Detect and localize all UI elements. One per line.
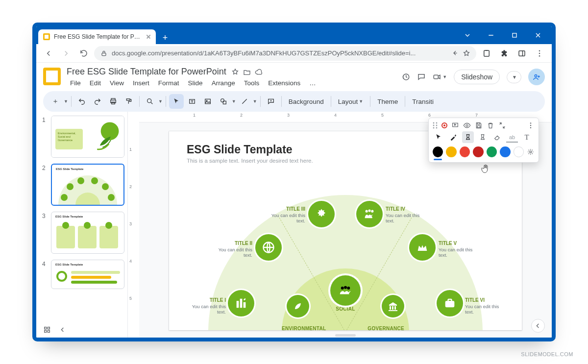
browser-window: Free ESG Slide Template for Powe +: [32, 23, 556, 341]
color-swatch-darkred[interactable]: [473, 146, 483, 157]
menu-file[interactable]: File: [67, 78, 84, 88]
menu-arrange[interactable]: Arrange: [208, 78, 239, 88]
image-button[interactable]: [200, 94, 215, 109]
more-icon[interactable]: [527, 121, 535, 129]
save-icon[interactable]: [475, 121, 483, 129]
present-screen-icon[interactable]: [451, 121, 459, 129]
chrome-menu-icon[interactable]: [532, 46, 547, 61]
new-slide-dropdown[interactable]: ▼: [64, 99, 68, 104]
thumbnail-1[interactable]: Environmental, Social and Governance: [51, 116, 124, 158]
background-button[interactable]: Background: [285, 94, 328, 109]
browser-tab[interactable]: Free ESG Slide Template for Powe: [38, 29, 156, 44]
text-tool[interactable]: T: [521, 131, 533, 143]
theme-button[interactable]: Theme: [373, 94, 402, 109]
new-slide-button[interactable]: ＋: [48, 94, 63, 109]
share-icon[interactable]: [451, 49, 459, 57]
color-swatch-green[interactable]: [487, 146, 497, 157]
textbox-button[interactable]: [185, 94, 199, 109]
trash-icon[interactable]: [487, 121, 494, 129]
grid-view-icon[interactable]: [43, 326, 51, 334]
pen-tool[interactable]: [477, 131, 489, 143]
thumbnail-3[interactable]: ESG Slide Template: [51, 212, 124, 254]
redo-button[interactable]: [90, 94, 105, 109]
slide-subtitle[interactable]: This is a sample text. Insert your desir…: [187, 158, 313, 164]
document-title[interactable]: Free ESG Slide Template for PowerPoint: [67, 67, 226, 77]
menu-edit[interactable]: Edit: [86, 78, 104, 88]
collapse-panel-icon[interactable]: [59, 326, 67, 334]
print-button[interactable]: [106, 94, 121, 109]
move-folder-icon[interactable]: [243, 68, 251, 76]
menu-view[interactable]: View: [106, 78, 127, 88]
comments-icon[interactable]: [417, 73, 426, 81]
slideshow-dropdown[interactable]: ▼: [507, 71, 521, 83]
app-header: Free ESG Slide Template for PowerPoint F…: [36, 63, 552, 89]
window-maximize-button[interactable]: [504, 28, 525, 42]
meet-button[interactable]: ▼: [433, 73, 447, 81]
annotation-toolbar[interactable]: ab T: [428, 118, 539, 163]
vertical-ruler: 1 2 3 4 5: [127, 112, 139, 338]
select-tool-button[interactable]: [169, 94, 184, 109]
pointer-tool[interactable]: [433, 131, 444, 143]
nav-forward-button[interactable]: [59, 46, 74, 61]
visibility-icon[interactable]: [463, 121, 471, 129]
sidepanel-icon[interactable]: [514, 46, 529, 61]
drag-handle-icon[interactable]: [433, 122, 438, 129]
color-swatch-yellow[interactable]: [446, 146, 456, 157]
menu-format[interactable]: Format: [155, 78, 183, 88]
url-field[interactable]: docs.google.com/presentation/d/1aKA6T3yB…: [94, 46, 476, 61]
color-swatch-blue[interactable]: [500, 146, 510, 157]
node-6-text: TITLE VIYou can edit this text.: [465, 297, 504, 315]
slides-logo-icon[interactable]: [43, 68, 61, 85]
paint-format-button[interactable]: [122, 94, 136, 109]
explore-button[interactable]: [531, 319, 545, 333]
color-swatch-red[interactable]: [460, 146, 470, 157]
shape-button[interactable]: [216, 94, 231, 109]
laser-tool[interactable]: [447, 131, 459, 143]
nav-back-button[interactable]: [41, 46, 56, 61]
thumbnail-2[interactable]: ESG Slide Template: [51, 164, 124, 206]
color-swatch-black[interactable]: [433, 146, 443, 157]
slideshow-button[interactable]: Slideshow: [454, 70, 500, 84]
new-tab-button[interactable]: +: [159, 31, 172, 44]
speaker-notes-handle[interactable]: [335, 334, 356, 337]
eraser-tool[interactable]: [491, 131, 503, 143]
collapse-icon[interactable]: [498, 121, 506, 129]
menu-slide[interactable]: Slide: [185, 78, 206, 88]
line-button[interactable]: [237, 94, 252, 109]
history-icon[interactable]: [401, 73, 410, 81]
inner-env-icon: [287, 295, 309, 317]
svg-point-31: [371, 210, 373, 213]
highlighter-tool[interactable]: [462, 131, 474, 143]
menu-insert[interactable]: Insert: [129, 78, 153, 88]
menu-more[interactable]: …: [306, 78, 319, 88]
star-icon[interactable]: [231, 68, 239, 76]
menu-tools[interactable]: Tools: [241, 78, 263, 88]
transition-button[interactable]: Transiti: [408, 94, 438, 109]
zoom-dropdown[interactable]: ▼: [158, 99, 163, 104]
svg-point-25: [341, 287, 344, 290]
window-close-button[interactable]: [527, 28, 549, 42]
zoom-button[interactable]: [143, 94, 157, 109]
svg-point-6: [539, 55, 540, 56]
share-button[interactable]: [528, 69, 545, 85]
bookmark-star-icon[interactable]: [463, 49, 470, 57]
node-4-icon: [356, 201, 383, 227]
tab-close-icon[interactable]: [145, 33, 152, 40]
menu-extensions[interactable]: Extensions: [265, 78, 304, 88]
slide-title[interactable]: ESG Slide Template: [187, 143, 293, 156]
color-swatch-white[interactable]: [514, 146, 524, 157]
record-icon[interactable]: [441, 122, 447, 128]
tab-dropdown-button[interactable]: [457, 28, 478, 42]
comment-button[interactable]: [264, 94, 278, 109]
layout-button[interactable]: Layout▼: [334, 94, 367, 109]
settings-icon[interactable]: [527, 148, 535, 156]
slides-favicon-icon: [43, 33, 50, 40]
window-minimize-button[interactable]: [480, 28, 502, 42]
nav-reload-button[interactable]: [76, 46, 91, 61]
text-highlight-tool[interactable]: ab: [506, 131, 518, 143]
undo-button[interactable]: [74, 94, 89, 109]
cloud-saved-icon[interactable]: [255, 68, 263, 76]
thumbnail-4[interactable]: ESG Slide Template: [51, 260, 124, 289]
install-app-icon[interactable]: [479, 46, 494, 61]
extensions-icon[interactable]: [497, 46, 512, 61]
